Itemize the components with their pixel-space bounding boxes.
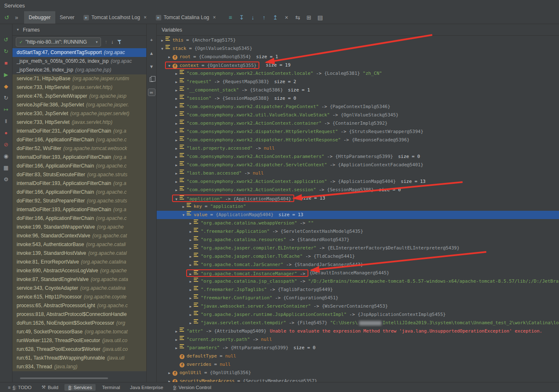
refresh-icon[interactable]: ↻ — [3, 95, 10, 101]
update-application-icon[interactable]: ↻ — [3, 48, 10, 55]
collapse-icon[interactable]: ▼ — [173, 196, 180, 202]
variable-row[interactable]: ▶"javax.websocket.server.ServerContainer… — [157, 302, 559, 311]
frame-row[interactable]: internalDoFilter:231, ApplicationFilterC… — [12, 127, 146, 136]
chevron-double-right-icon[interactable]: » — [13, 14, 20, 21]
variable-row[interactable]: ▶this = {AnchorTag@5175} — [157, 36, 559, 44]
rerun-services-icon[interactable]: ↺ — [3, 14, 10, 21]
tab-tomcat-catalina-log[interactable]: ▸Tomcat Catalina Log× — [151, 11, 220, 24]
expand-icon[interactable]: ▶ — [180, 203, 187, 211]
variable-row[interactable]: ▼fcontext = {OgnlContext@5355}size = 19 — [157, 61, 559, 69]
frame-row[interactable]: doFilter:166, ApplicationFilterChain(org… — [12, 188, 146, 197]
frame-row[interactable]: doFilter:52, WsFilter(org.apache.tomcat.… — [12, 144, 146, 153]
variable-row[interactable]: ▶"com.opensymphony.xwork2.dispatcher.Pag… — [157, 103, 559, 111]
frame-row[interactable]: run:49, SocketProcessorBase(org.apache.t… — [12, 328, 146, 336]
expand-icon[interactable]: ▶ — [187, 294, 194, 302]
variable-row[interactable]: ▼value = {ApplicationMap@5404}size = 13 — [157, 211, 559, 219]
settings-gear-icon[interactable]: ⚙ — [3, 176, 10, 183]
frame-row[interactable]: service:330, JspServlet(org.apache.jaspe… — [12, 109, 146, 118]
expand-icon[interactable]: ▶ — [173, 153, 180, 161]
frame-row[interactable]: run:628, ThreadPoolExecutor$Worker(java.… — [12, 345, 146, 354]
expand-icon[interactable]: ▶ — [173, 178, 180, 186]
variable-row[interactable]: ▶"last.property.accessed" -> null — [157, 144, 559, 153]
terminal-button[interactable]: Terminal — [98, 384, 123, 391]
scroll-down-icon[interactable]: ↓ — [249, 14, 256, 21]
expand-icon[interactable]: ▶ — [187, 228, 194, 236]
expand-icon[interactable]: ▶ — [187, 278, 194, 286]
tab-tomcat-localhost-log[interactable]: ▸Tomcat Localhost Log× — [79, 11, 151, 24]
soft-wraps-icon[interactable]: ≡ — [227, 14, 234, 21]
tab-server[interactable]: Server — [55, 11, 79, 24]
frame-row[interactable]: internalDoFilter:193, ApplicationFilterC… — [12, 179, 146, 188]
collapse-icon[interactable]: ▼ — [166, 63, 172, 69]
expand-icon[interactable]: ▶ — [173, 170, 180, 178]
frame-row[interactable]: runWorker:1128, ThreadPoolExecutor(java.… — [12, 336, 146, 345]
frame-row[interactable]: doFilter:83, StrutsExecuteFilter(org.apa… — [12, 170, 146, 179]
scroll-to-end-icon[interactable]: ↧ — [238, 14, 245, 21]
expand-icon[interactable]: ▶ — [173, 145, 180, 153]
variable-row[interactable]: ▶"attr" -> {AttributeMap@5409}Unable to … — [157, 327, 559, 335]
frame-row[interactable]: doFilter:166, ApplicationFilterChain(org… — [12, 162, 146, 170]
todo-button[interactable]: ≡6: TODO — [4, 384, 35, 391]
expand-icon[interactable]: ▶ — [187, 286, 194, 294]
list-view-icon[interactable]: ▤ — [317, 14, 323, 21]
view-breakpoints-icon[interactable]: ◆ — [3, 83, 10, 90]
variable-row[interactable]: ▶"request" -> {RequestMap@5383}size = 2 — [157, 78, 559, 86]
frame-row[interactable]: service:615, Http11Processor(org.apache.… — [12, 293, 146, 301]
expand-icon[interactable]: ▶ — [173, 344, 180, 352]
expand-icon[interactable]: ▶ — [173, 136, 180, 144]
mute-breakpoints-icon[interactable]: ⊘ — [3, 141, 10, 148]
frame-row[interactable]: service:733, HttpServlet(javax.servlet.h… — [12, 118, 146, 127]
next-frame-icon[interactable]: ↓ — [111, 39, 113, 45]
copy-stack-icon[interactable] — [150, 77, 153, 82]
services-button[interactable]: 8: Services — [64, 384, 96, 391]
frame-row[interactable]: invoke:690, AbstractAccessLogValve(org.a… — [12, 266, 146, 275]
variable-row[interactable]: ▶fognlUtil = {OgnlUtil@5356} — [157, 369, 559, 377]
expand-icon[interactable]: ▶ — [159, 37, 165, 44]
expand-icon[interactable]: ▶ — [187, 261, 194, 269]
frame-row[interactable]: invoke:199, StandardWrapperValve(org.apa… — [12, 223, 146, 232]
variable-row[interactable]: ▶"parameters" -> {HttpParameters@5399}si… — [157, 344, 559, 352]
variable-row[interactable]: ▶"org.apache.jasper.runtime.JspApplicati… — [157, 311, 559, 319]
variable-row[interactable]: ▶fsecurityMemberAccess = {SecurityMember… — [157, 377, 559, 382]
record-icon[interactable]: ● — [3, 130, 10, 136]
clear-all-icon[interactable]: × — [283, 14, 290, 21]
variable-row[interactable]: ▶"com.opensymphony.xwork2.dispatcher.Htt… — [157, 136, 559, 144]
frame-row[interactable]: process:818, AbstractProtocol$Connection… — [12, 310, 146, 319]
pause-icon[interactable]: ‖ — [3, 118, 10, 125]
expand-icon[interactable]: ▶ — [173, 336, 180, 344]
build-button[interactable]: ⚒Build — [38, 384, 62, 391]
scroll-up-icon[interactable]: ▲ — [148, 50, 155, 57]
frame-row[interactable]: internalDoFilter:193, ApplicationFilterC… — [12, 153, 146, 162]
thread-dump-camera-icon[interactable]: ◉ — [3, 153, 10, 160]
tab-debugger[interactable]: Debugger — [24, 11, 55, 24]
expand-icon[interactable]: ▶ — [173, 120, 180, 128]
variable-row[interactable]: ▶"com.opensymphony.xwork2.ActionContext.… — [157, 69, 559, 78]
previous-frame-icon[interactable]: ↑ — [105, 39, 107, 45]
frame-row[interactable]: service:733, HttpServlet(javax.servlet.h… — [12, 83, 146, 92]
rerun-icon[interactable]: ↺ — [3, 37, 10, 43]
expand-icon[interactable]: ▶ — [173, 95, 180, 103]
expand-icon[interactable]: ▶ — [173, 103, 180, 111]
variable-row[interactable]: fdefaultType = null — [157, 352, 559, 360]
grid-view-icon[interactable]: ⊞ — [305, 14, 312, 21]
variable-row[interactable]: ▶"session" -> {SessionMap@5388}size = 0 — [157, 94, 559, 103]
variable-row[interactable]: ▶"last.bean.accessed" -> null — [157, 169, 559, 178]
expand-icon[interactable]: ▶ — [173, 111, 180, 119]
variable-row[interactable]: ▶"freemarker.Configuration" -> {Configur… — [157, 294, 559, 302]
watch-return-values-icon[interactable]: ∞ — [148, 89, 155, 96]
expand-icon[interactable]: ▶ — [173, 186, 180, 194]
close-icon[interactable]: × — [213, 15, 216, 20]
variable-row[interactable]: ▶"javax.servlet.context.tempdir" -> {Fil… — [157, 319, 559, 327]
variable-row[interactable]: ▶"com.opensymphony.xwork2.ActionContext.… — [157, 178, 559, 186]
frame-row[interactable]: doFilter:92, StrutsPrepareFilter(org.apa… — [12, 197, 146, 205]
expand-icon[interactable]: ▶ — [166, 369, 172, 377]
resume-icon[interactable]: ▶ — [3, 71, 10, 78]
scroll-up-icon[interactable]: ↑ — [261, 14, 267, 21]
expand-icon[interactable]: ▶ — [166, 53, 172, 61]
variable-row[interactable]: ▶".freemarker.JspTaglibs" -> {TaglibFact… — [157, 286, 559, 294]
hide-library-frames-filter-icon[interactable] — [117, 39, 122, 44]
variable-row[interactable]: ▶".freemarker.Application" -> {ServletCo… — [157, 227, 559, 236]
frame-row[interactable]: process:65, AbstractProcessorLight(org.a… — [12, 301, 146, 310]
variable-row[interactable]: ▶"__component_stack" -> {Stack@5386}size… — [157, 86, 559, 94]
frame-row[interactable]: doStartTag:47, ComponentTagSupport(org.a… — [12, 48, 146, 57]
